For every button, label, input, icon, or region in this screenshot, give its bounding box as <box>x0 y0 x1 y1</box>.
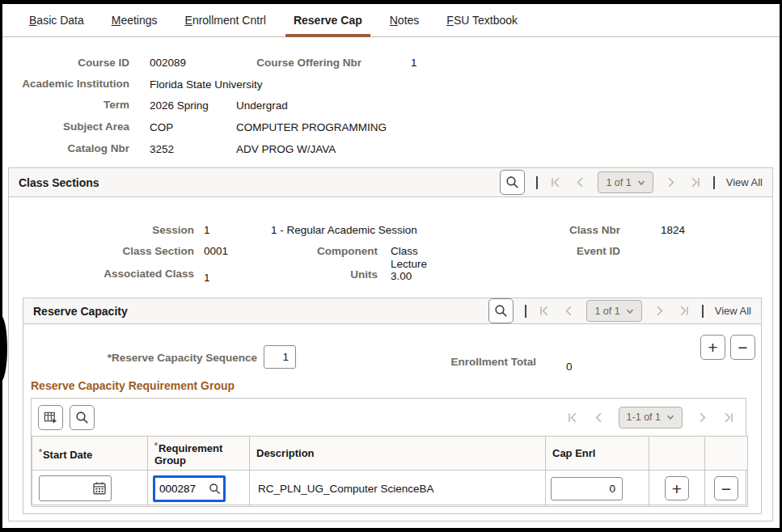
associated-class-value: 1 <box>204 272 210 284</box>
subject-area-descr: COMPUTER PROGRAMMING <box>236 121 387 133</box>
col-cap-enrl: Cap Enrl <box>546 437 649 471</box>
start-date-input[interactable] <box>40 476 92 500</box>
course-id-label: Course ID <box>0 57 129 69</box>
reserve-cap-page: Basic Data Meetings Enrollment Cntrl Res… <box>0 0 782 532</box>
first-page-icon <box>567 412 579 424</box>
calendar-icon <box>92 481 107 496</box>
minus-icon: − <box>721 480 731 497</box>
plus-icon: + <box>708 339 717 356</box>
add-row-button[interactable]: + <box>700 335 725 360</box>
first-page-icon <box>539 305 551 317</box>
last-page-icon <box>722 412 734 424</box>
first-page-button[interactable] <box>538 305 551 318</box>
previous-page-button[interactable] <box>593 411 606 424</box>
grid-actions-icon <box>44 411 57 424</box>
session-label: Session <box>32 224 194 236</box>
next-page-button[interactable] <box>653 305 666 318</box>
next-page-icon <box>665 176 677 188</box>
last-page-icon <box>678 305 690 317</box>
col-delete <box>705 437 748 471</box>
term-career-value: Undergrad <box>236 99 288 112</box>
catalog-descr: ADV PROG W/JAVA <box>236 143 336 155</box>
course-offering-nbr-value: 1 <box>411 57 417 69</box>
calendar-button[interactable] <box>92 481 111 496</box>
page-position-text: 1-1 of 1 <box>627 412 661 423</box>
search-icon <box>209 483 221 495</box>
table-row: RC_PLN_UG_Computer ScienceBA + − <box>32 471 748 507</box>
required-marker: * <box>154 441 158 450</box>
previous-page-button[interactable] <box>562 305 575 318</box>
tab-meetings[interactable]: Meetings <box>98 4 171 36</box>
delete-row-button[interactable]: − <box>730 335 755 360</box>
table-header-row: *Start Date *Requirement Group Descripti… <box>32 437 748 471</box>
academic-institution-value: Florida State University <box>150 78 263 91</box>
previous-page-button[interactable] <box>573 176 586 189</box>
next-page-icon <box>653 305 666 317</box>
tab-fsu-textbook[interactable]: FSU Textbook <box>433 4 531 36</box>
first-page-icon <box>550 176 562 188</box>
view-all-link[interactable]: View All <box>726 176 763 188</box>
search-button[interactable] <box>488 298 514 323</box>
page-position-text: 1 of 1 <box>594 306 619 317</box>
required-marker: * <box>39 448 42 457</box>
first-page-button[interactable] <box>567 411 580 424</box>
last-page-button[interactable] <box>689 176 702 189</box>
tab-reserve-cap[interactable]: Reserve Cap <box>280 4 376 36</box>
last-page-button[interactable] <box>678 305 691 318</box>
class-nbr-value: 1824 <box>661 224 685 236</box>
class-sections-title: Class Sections <box>19 176 500 189</box>
requirement-group-widget <box>153 475 226 502</box>
class-sections-header: Class Sections 1 of 1 View All <box>9 168 772 197</box>
next-page-button[interactable] <box>665 176 678 189</box>
tab-bar: Basic Data Meetings Enrollment Cntrl Res… <box>2 4 780 37</box>
subject-area-value: COP <box>150 121 173 133</box>
search-button[interactable] <box>500 170 525 195</box>
start-date-cell <box>32 471 148 507</box>
col-description: Description <box>250 437 546 471</box>
reserve-capacity-header: Reserve Capacity 1 of 1 View All <box>23 298 761 324</box>
requirement-group-table: *Start Date *Requirement Group Descripti… <box>32 436 748 507</box>
term-value: 2026 Spring <box>150 99 209 112</box>
side-drawer-handle[interactable] <box>0 315 7 382</box>
cap-enrl-cell <box>546 471 649 507</box>
tab-label: Reserve Cap <box>294 14 362 27</box>
add-row-button[interactable]: + <box>665 476 689 500</box>
tab-basic-data[interactable]: Basic Data <box>15 4 98 36</box>
associated-class-label: Associated Class <box>32 268 194 280</box>
reserve-capacity-sequence-input[interactable] <box>264 345 296 369</box>
last-page-button[interactable] <box>721 411 734 424</box>
next-page-button[interactable] <box>695 411 708 424</box>
tab-label: FSU Textbook <box>446 14 518 27</box>
subject-area-label: Subject Area <box>0 120 129 133</box>
grid-actions-button[interactable] <box>38 405 63 430</box>
catalog-nbr-label: Catalog Nbr <box>0 142 129 154</box>
grid-pager: 1-1 of 1 <box>567 407 734 429</box>
academic-institution-label: Academic Institution <box>0 78 129 90</box>
chevron-down-icon <box>637 179 645 186</box>
class-section-label: Class Section <box>32 245 194 257</box>
tab-enrollment-cntrl[interactable]: Enrollment Cntrl <box>171 4 280 36</box>
session-descr: 1 - Regular Academic Session <box>271 224 417 236</box>
page-position-select[interactable]: 1 of 1 <box>586 300 641 322</box>
first-page-button[interactable] <box>549 176 562 189</box>
view-all-link[interactable]: View All <box>715 305 751 317</box>
event-id-label: Event ID <box>507 245 620 257</box>
lookup-button[interactable] <box>209 483 223 495</box>
previous-page-icon <box>593 412 605 424</box>
tab-notes[interactable]: Notes <box>376 4 433 36</box>
page-position-select[interactable]: 1-1 of 1 <box>619 407 683 429</box>
session-value: 1 <box>204 224 210 236</box>
delete-row-button[interactable]: − <box>714 476 738 500</box>
grid-search-button[interactable] <box>70 405 95 430</box>
page-position-select[interactable]: 1 of 1 <box>598 171 653 193</box>
last-page-icon <box>689 176 701 188</box>
add-cell: + <box>649 471 705 507</box>
delete-cell: − <box>705 471 748 507</box>
tab-label: Meetings <box>112 14 158 27</box>
requirement-group-input[interactable] <box>155 478 197 500</box>
search-icon <box>75 411 89 424</box>
grid-toolbar: 1-1 of 1 <box>32 399 746 436</box>
cap-enrl-input[interactable] <box>551 477 623 500</box>
search-icon <box>494 304 508 318</box>
enrollment-total-value: 0 <box>566 361 573 373</box>
